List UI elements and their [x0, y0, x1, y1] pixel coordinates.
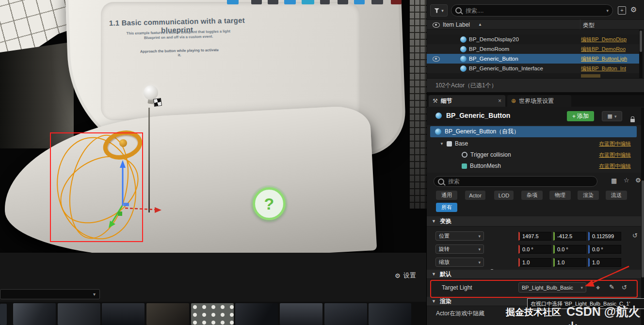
edit-in-blueprint-link[interactable]: 在蓝图中编辑: [599, 162, 631, 170]
lock-icon[interactable]: [630, 119, 635, 122]
outliner-search-box: ▾: [451, 4, 613, 16]
rotation-label: 旋转: [439, 245, 450, 253]
content-thumbnail-partial[interactable]: [0, 304, 7, 325]
details-search-input[interactable]: [447, 178, 593, 185]
edit-in-blueprint-link[interactable]: 在蓝图中编辑: [599, 140, 631, 147]
unreal-editor-window: 1.1 Basic communication with a target bl…: [0, 0, 644, 325]
component-row[interactable]: Trigger collision 在蓝图中编辑: [427, 149, 644, 160]
content-thumbnail[interactable]: [58, 303, 100, 325]
location-z-field[interactable]: 0.112599: [588, 232, 621, 241]
grid-icon[interactable]: ▦: [611, 178, 617, 184]
blueprint-actor-icon: [460, 56, 467, 62]
outliner-row-selected[interactable]: BP_Generic_Button 编辑BP_ButtonLigh: [427, 54, 639, 64]
filter-chip-streaming[interactable]: 流送: [606, 191, 627, 200]
filter-chip-general[interactable]: 通用: [436, 191, 457, 200]
add-component-label: 添加: [577, 112, 589, 120]
viewport-settings-button[interactable]: ⚙ 设置: [395, 271, 416, 280]
component-row[interactable]: ButtonMesh 在蓝图中编辑: [427, 161, 644, 171]
edit-blueprint-link[interactable]: 编辑BP_ButtonLigh: [581, 55, 627, 63]
outliner-search-input[interactable]: [465, 7, 603, 15]
add-component-button[interactable]: + 添加: [567, 111, 594, 121]
section-transform-label: 变换: [440, 217, 451, 226]
tab-world-settings[interactable]: ⊕ 世界场景设置: [507, 95, 571, 107]
outliner-filter-button[interactable]: ▾: [430, 4, 448, 16]
content-thumbnail[interactable]: [369, 303, 411, 325]
tab-details[interactable]: ⚒ 细节 ×: [429, 95, 505, 107]
location-y-field[interactable]: -412.5: [553, 232, 586, 241]
help-button[interactable]: ?: [253, 187, 286, 220]
tab-world-settings-label: 世界场景设置: [519, 97, 554, 105]
watermark-juejin: 掘金技术社区: [506, 306, 561, 319]
outliner-row[interactable]: BP_Generic_Button_Interface 编辑BP_Button_…: [427, 64, 639, 73]
component-row-self[interactable]: BP_Generic_Button（自我）: [430, 126, 637, 137]
outliner-row[interactable]: BP_DemoRoom 编辑BP_DemoRoo: [427, 44, 639, 54]
star-icon[interactable]: ☆: [624, 177, 629, 183]
gear-icon[interactable]: ⚙: [635, 177, 641, 183]
content-thumbnail[interactable]: [102, 303, 145, 325]
disclosure-triangle-icon[interactable]: ▼: [440, 142, 444, 146]
edit-blueprint-link[interactable]: 编辑BP_Button_Int: [581, 65, 626, 72]
chevron-down-icon: ▾: [478, 247, 481, 252]
target-light-annotation-box: [430, 280, 638, 298]
filter-chip-misc[interactable]: 杂项: [521, 191, 543, 200]
location-x-field[interactable]: 1497.5: [518, 232, 551, 241]
edit-in-blueprint-link[interactable]: 在蓝图中编辑: [599, 151, 631, 159]
reset-to-default-icon[interactable]: ↺: [632, 232, 638, 239]
question-mark-icon: ?: [264, 195, 274, 213]
actor-hidden-in-game-label: Actor在游戏中隐藏: [436, 309, 484, 318]
eye-icon[interactable]: [433, 56, 440, 62]
scrollbar-thumb[interactable]: [640, 31, 642, 52]
section-header-transform[interactable]: ▼ 变换: [427, 216, 644, 227]
content-thumbnail[interactable]: [235, 303, 278, 325]
rotation-label-dropdown[interactable]: 旋转 ▾: [435, 244, 484, 254]
content-thumbnail[interactable]: [191, 303, 234, 325]
filter-chip-actor[interactable]: Actor: [465, 191, 485, 200]
chevron-down-icon: ▾: [606, 8, 609, 13]
filter-chip-lod[interactable]: LOD: [494, 191, 514, 200]
scale-z-field[interactable]: 1.0: [588, 258, 621, 267]
viewport-3d[interactable]: 1.1 Basic communication with a target bl…: [0, 0, 426, 253]
close-icon[interactable]: ×: [498, 98, 501, 104]
chevron-down-icon: ▾: [441, 8, 444, 13]
funnel-icon: [434, 8, 439, 13]
content-thumbnail[interactable]: [146, 303, 189, 325]
rotation-y-field[interactable]: 0.0 °: [553, 245, 586, 254]
tab-details-label: 细节: [441, 97, 452, 105]
component-row[interactable]: ▼ Base 在蓝图中编辑: [427, 138, 644, 149]
column-header-item-label[interactable]: Item Label: [443, 21, 470, 28]
content-browser-dropdown[interactable]: ▾: [0, 289, 100, 299]
filter-chip-rendering[interactable]: 渲染: [578, 191, 599, 200]
outliner-row[interactable]: BP_DemoDisplay20 编辑BP_DemoDisp: [427, 34, 639, 44]
component-label: ButtonMesh: [470, 162, 501, 169]
section-header-default[interactable]: ▼ 默认: [427, 270, 644, 279]
details-search-box: [434, 176, 597, 187]
column-header-type[interactable]: 类型: [583, 21, 595, 30]
rotation-x-field[interactable]: 0.0 °: [518, 245, 551, 254]
rotation-z-field[interactable]: 0.0 °: [588, 245, 621, 254]
location-label-dropdown[interactable]: 位置 ▾: [435, 231, 484, 241]
content-thumbnail[interactable]: [324, 303, 367, 325]
actor-name-title: BP_Generic_Button: [446, 112, 510, 119]
filter-chip-all[interactable]: 所有: [436, 203, 457, 212]
content-thumbnail[interactable]: [280, 303, 322, 325]
details-view-options-button[interactable]: ▦ ▾: [602, 111, 622, 121]
details-scrollbar[interactable]: [641, 108, 644, 325]
scale-x-field[interactable]: 1.0: [518, 258, 551, 267]
edit-blueprint-link[interactable]: 编辑BP_DemoRoo: [581, 46, 626, 53]
blueprint-actor-icon: [435, 113, 442, 119]
eye-icon[interactable]: [433, 22, 440, 28]
section-rendering-label: 渲染: [440, 297, 451, 306]
chevron-down-icon: ▾: [478, 234, 481, 239]
gear-icon[interactable]: ⚙: [630, 5, 637, 14]
outliner-scrollbar[interactable]: [639, 30, 643, 78]
chevron-down-icon: ▾: [93, 292, 96, 297]
scrollbar-thumb[interactable]: [642, 180, 644, 277]
scale-y-field[interactable]: 1.0: [553, 258, 586, 267]
scale-label-dropdown[interactable]: 缩放 ▾: [435, 258, 484, 267]
add-level-icon[interactable]: +: [618, 6, 626, 15]
content-thumbnail[interactable]: [13, 303, 56, 325]
gear-icon: ⚙: [395, 272, 401, 279]
wrench-icon: ⚒: [433, 98, 438, 104]
filter-chip-physics[interactable]: 物理: [549, 191, 571, 200]
edit-blueprint-link[interactable]: 编辑BP_DemoDisp: [581, 36, 627, 43]
